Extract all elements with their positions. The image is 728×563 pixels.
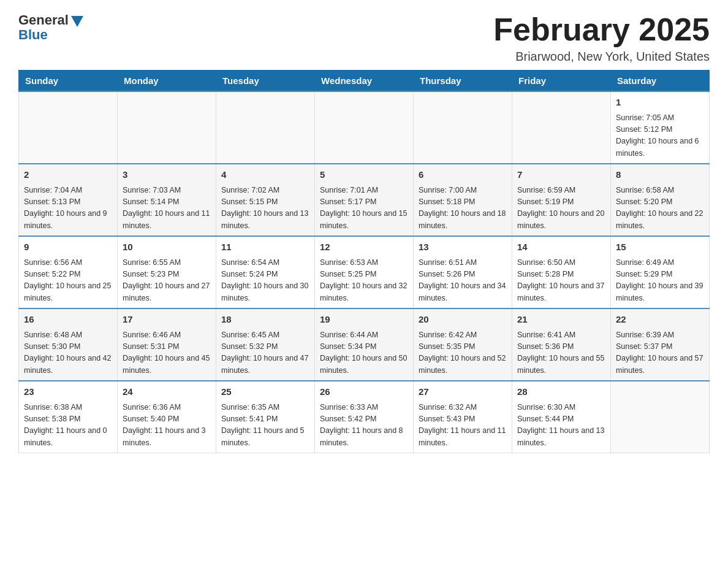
calendar-cell bbox=[118, 91, 216, 164]
calendar-cell bbox=[315, 91, 414, 164]
day-number: 15 bbox=[616, 240, 704, 255]
week-row-4: 16Sunrise: 6:48 AM Sunset: 5:30 PM Dayli… bbox=[19, 308, 710, 381]
title-block: February 2025 Briarwood, New York, Unite… bbox=[493, 12, 710, 64]
day-info: Sunrise: 6:53 AM Sunset: 5:25 PM Dayligh… bbox=[320, 257, 408, 305]
calendar-cell: 17Sunrise: 6:46 AM Sunset: 5:31 PM Dayli… bbox=[118, 308, 216, 381]
calendar-cell: 21Sunrise: 6:41 AM Sunset: 5:36 PM Dayli… bbox=[512, 308, 611, 381]
day-number: 25 bbox=[221, 385, 309, 399]
calendar-cell: 12Sunrise: 6:53 AM Sunset: 5:25 PM Dayli… bbox=[315, 236, 414, 308]
day-info: Sunrise: 6:41 AM Sunset: 5:36 PM Dayligh… bbox=[517, 329, 605, 377]
logo-general-text: General bbox=[18, 12, 69, 28]
day-number: 8 bbox=[616, 168, 704, 182]
day-info: Sunrise: 6:51 AM Sunset: 5:26 PM Dayligh… bbox=[419, 257, 507, 305]
calendar-header: SundayMondayTuesdayWednesdayThursdayFrid… bbox=[19, 71, 710, 92]
day-info: Sunrise: 6:39 AM Sunset: 5:37 PM Dayligh… bbox=[616, 329, 704, 377]
weekday-header-saturday: Saturday bbox=[611, 71, 710, 92]
day-number: 20 bbox=[419, 313, 507, 327]
calendar-cell: 6Sunrise: 7:00 AM Sunset: 5:18 PM Daylig… bbox=[414, 164, 512, 236]
day-number: 19 bbox=[320, 313, 408, 327]
calendar-cell: 25Sunrise: 6:35 AM Sunset: 5:41 PM Dayli… bbox=[216, 381, 315, 453]
calendar-cell bbox=[19, 91, 118, 164]
calendar-cell: 16Sunrise: 6:48 AM Sunset: 5:30 PM Dayli… bbox=[19, 308, 118, 381]
weekday-header-tuesday: Tuesday bbox=[216, 71, 315, 92]
calendar-cell bbox=[611, 381, 710, 453]
day-info: Sunrise: 6:49 AM Sunset: 5:29 PM Dayligh… bbox=[616, 257, 704, 305]
day-number: 13 bbox=[419, 240, 507, 255]
calendar-cell bbox=[512, 91, 611, 164]
calendar-cell: 10Sunrise: 6:55 AM Sunset: 5:23 PM Dayli… bbox=[118, 236, 216, 308]
calendar-cell: 7Sunrise: 6:59 AM Sunset: 5:19 PM Daylig… bbox=[512, 164, 611, 236]
calendar-cell: 11Sunrise: 6:54 AM Sunset: 5:24 PM Dayli… bbox=[216, 236, 315, 308]
day-number: 11 bbox=[221, 240, 309, 255]
calendar-cell bbox=[216, 91, 315, 164]
day-info: Sunrise: 7:04 AM Sunset: 5:13 PM Dayligh… bbox=[24, 185, 112, 232]
day-number: 9 bbox=[24, 240, 112, 255]
day-info: Sunrise: 6:59 AM Sunset: 5:19 PM Dayligh… bbox=[517, 185, 605, 232]
calendar-cell: 9Sunrise: 6:56 AM Sunset: 5:22 PM Daylig… bbox=[19, 236, 118, 308]
calendar-cell: 14Sunrise: 6:50 AM Sunset: 5:28 PM Dayli… bbox=[512, 236, 611, 308]
day-number: 24 bbox=[123, 385, 211, 399]
day-number: 5 bbox=[320, 168, 408, 182]
day-number: 26 bbox=[320, 385, 408, 399]
day-info: Sunrise: 7:00 AM Sunset: 5:18 PM Dayligh… bbox=[419, 185, 507, 232]
day-info: Sunrise: 6:42 AM Sunset: 5:35 PM Dayligh… bbox=[419, 329, 507, 377]
calendar-cell: 8Sunrise: 6:58 AM Sunset: 5:20 PM Daylig… bbox=[611, 164, 710, 236]
calendar-cell: 2Sunrise: 7:04 AM Sunset: 5:13 PM Daylig… bbox=[19, 164, 118, 236]
day-info: Sunrise: 6:48 AM Sunset: 5:30 PM Dayligh… bbox=[24, 329, 112, 377]
week-row-5: 23Sunrise: 6:38 AM Sunset: 5:38 PM Dayli… bbox=[19, 381, 710, 453]
day-info: Sunrise: 6:44 AM Sunset: 5:34 PM Dayligh… bbox=[320, 329, 408, 377]
weekday-header-thursday: Thursday bbox=[414, 71, 512, 92]
day-info: Sunrise: 7:03 AM Sunset: 5:14 PM Dayligh… bbox=[123, 185, 211, 232]
calendar-cell: 5Sunrise: 7:01 AM Sunset: 5:17 PM Daylig… bbox=[315, 164, 414, 236]
calendar-cell: 19Sunrise: 6:44 AM Sunset: 5:34 PM Dayli… bbox=[315, 308, 414, 381]
day-number: 27 bbox=[419, 385, 507, 399]
calendar-cell: 20Sunrise: 6:42 AM Sunset: 5:35 PM Dayli… bbox=[414, 308, 512, 381]
day-info: Sunrise: 6:46 AM Sunset: 5:31 PM Dayligh… bbox=[123, 329, 211, 377]
day-number: 4 bbox=[221, 168, 309, 182]
day-number: 23 bbox=[24, 385, 112, 399]
day-info: Sunrise: 6:45 AM Sunset: 5:32 PM Dayligh… bbox=[221, 329, 309, 377]
day-info: Sunrise: 7:01 AM Sunset: 5:17 PM Dayligh… bbox=[320, 185, 408, 232]
day-info: Sunrise: 6:56 AM Sunset: 5:22 PM Dayligh… bbox=[24, 257, 112, 305]
page-header: General Blue February 2025 Briarwood, Ne… bbox=[18, 12, 710, 64]
calendar-cell: 24Sunrise: 6:36 AM Sunset: 5:40 PM Dayli… bbox=[118, 381, 216, 453]
day-number: 10 bbox=[123, 240, 211, 255]
calendar-cell: 3Sunrise: 7:03 AM Sunset: 5:14 PM Daylig… bbox=[118, 164, 216, 236]
calendar-cell: 23Sunrise: 6:38 AM Sunset: 5:38 PM Dayli… bbox=[19, 381, 118, 453]
calendar-cell: 18Sunrise: 6:45 AM Sunset: 5:32 PM Dayli… bbox=[216, 308, 315, 381]
calendar-body: 1Sunrise: 7:05 AM Sunset: 5:12 PM Daylig… bbox=[19, 91, 710, 453]
logo-triangle-icon bbox=[71, 16, 83, 27]
day-number: 21 bbox=[517, 313, 605, 327]
calendar-table: SundayMondayTuesdayWednesdayThursdayFrid… bbox=[18, 70, 710, 453]
day-number: 12 bbox=[320, 240, 408, 255]
logo-blue-text: Blue bbox=[18, 27, 48, 43]
calendar-cell: 13Sunrise: 6:51 AM Sunset: 5:26 PM Dayli… bbox=[414, 236, 512, 308]
weekday-header-monday: Monday bbox=[118, 71, 216, 92]
day-info: Sunrise: 6:30 AM Sunset: 5:44 PM Dayligh… bbox=[517, 402, 605, 450]
day-number: 18 bbox=[221, 313, 309, 327]
day-number: 22 bbox=[616, 313, 704, 327]
day-number: 2 bbox=[24, 168, 112, 182]
calendar-cell: 28Sunrise: 6:30 AM Sunset: 5:44 PM Dayli… bbox=[512, 381, 611, 453]
location-subtitle: Briarwood, New York, United States bbox=[493, 50, 710, 64]
month-title: February 2025 bbox=[493, 12, 710, 47]
day-number: 6 bbox=[419, 168, 507, 182]
day-info: Sunrise: 6:54 AM Sunset: 5:24 PM Dayligh… bbox=[221, 257, 309, 305]
weekday-header-friday: Friday bbox=[512, 71, 611, 92]
weekday-header-sunday: Sunday bbox=[19, 71, 118, 92]
day-number: 16 bbox=[24, 313, 112, 327]
day-info: Sunrise: 6:58 AM Sunset: 5:20 PM Dayligh… bbox=[616, 185, 704, 232]
day-info: Sunrise: 6:55 AM Sunset: 5:23 PM Dayligh… bbox=[123, 257, 211, 305]
day-number: 1 bbox=[616, 96, 704, 110]
week-row-2: 2Sunrise: 7:04 AM Sunset: 5:13 PM Daylig… bbox=[19, 164, 710, 236]
day-info: Sunrise: 6:32 AM Sunset: 5:43 PM Dayligh… bbox=[419, 402, 507, 450]
day-number: 14 bbox=[517, 240, 605, 255]
day-info: Sunrise: 6:50 AM Sunset: 5:28 PM Dayligh… bbox=[517, 257, 605, 305]
week-row-1: 1Sunrise: 7:05 AM Sunset: 5:12 PM Daylig… bbox=[19, 91, 710, 164]
day-info: Sunrise: 6:38 AM Sunset: 5:38 PM Dayligh… bbox=[24, 402, 112, 450]
calendar-cell: 27Sunrise: 6:32 AM Sunset: 5:43 PM Dayli… bbox=[414, 381, 512, 453]
day-number: 7 bbox=[517, 168, 605, 182]
calendar-cell: 26Sunrise: 6:33 AM Sunset: 5:42 PM Dayli… bbox=[315, 381, 414, 453]
weekday-header-row: SundayMondayTuesdayWednesdayThursdayFrid… bbox=[19, 71, 710, 92]
day-number: 3 bbox=[123, 168, 211, 182]
